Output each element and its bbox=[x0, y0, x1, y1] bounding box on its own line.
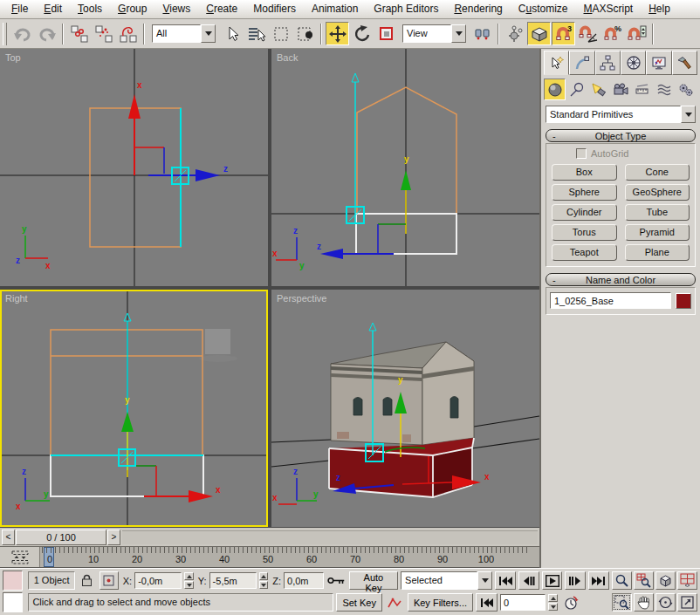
menu-item[interactable]: Help bbox=[641, 0, 678, 18]
arc-rotate-icon[interactable] bbox=[655, 593, 676, 612]
key-mode-toggle-button[interactable] bbox=[476, 593, 498, 612]
spinner-snap-toggle-icon[interactable] bbox=[625, 22, 649, 45]
percent-snap-toggle-icon[interactable]: % bbox=[600, 22, 624, 45]
select-and-move-icon[interactable] bbox=[326, 22, 349, 45]
track-bar[interactable]: 0102030405060708090100 bbox=[0, 546, 539, 568]
object-type-button[interactable]: Pyramid bbox=[625, 224, 690, 241]
menu-item[interactable]: Animation bbox=[304, 0, 366, 18]
window-crossing-toggle-icon[interactable] bbox=[293, 22, 317, 45]
collapse-icon[interactable]: - bbox=[552, 130, 556, 142]
select-by-name-icon[interactable] bbox=[244, 22, 268, 45]
move-gizmo[interactable]: yz bbox=[317, 73, 411, 259]
zoom-all-icon[interactable] bbox=[634, 571, 654, 590]
min-max-toggle-icon[interactable] bbox=[677, 593, 697, 612]
menu-item[interactable]: Group bbox=[110, 0, 154, 18]
move-gizmo[interactable]: yx bbox=[51, 313, 221, 502]
object-type-rollout-header[interactable]: -Object Type bbox=[546, 129, 696, 142]
category-cameras-icon[interactable] bbox=[609, 79, 631, 100]
menu-item[interactable]: Graph Editors bbox=[366, 0, 446, 18]
open-mini-curve-editor-button[interactable] bbox=[0, 547, 40, 567]
menu-item[interactable]: File bbox=[3, 0, 36, 18]
chevron-down-icon[interactable] bbox=[451, 24, 466, 43]
time-slider-track[interactable] bbox=[122, 530, 538, 544]
object-type-button[interactable]: Plane bbox=[625, 244, 690, 261]
select-and-link-icon[interactable] bbox=[67, 22, 91, 45]
object-type-button[interactable]: GeoSphere bbox=[625, 184, 690, 201]
menu-item[interactable]: Modifiers bbox=[245, 0, 304, 18]
zoom-extents-icon[interactable] bbox=[655, 571, 676, 590]
house-model[interactable] bbox=[331, 342, 474, 445]
object-type-button[interactable]: Cone bbox=[625, 164, 690, 181]
menu-item[interactable]: Create bbox=[198, 0, 245, 18]
listener-macro-line[interactable] bbox=[3, 571, 23, 591]
menu-item[interactable]: MAXScript bbox=[576, 0, 642, 18]
menu-item[interactable]: Tools bbox=[70, 0, 110, 18]
category-systems-icon[interactable] bbox=[676, 79, 697, 100]
current-frame-field[interactable]: 0 bbox=[500, 594, 546, 611]
unlink-selection-icon[interactable] bbox=[92, 22, 115, 45]
undo-icon[interactable] bbox=[10, 22, 34, 45]
viewport-back[interactable]: yz zxy Back bbox=[271, 49, 539, 286]
tab-create[interactable] bbox=[544, 51, 569, 75]
category-space-warps-icon[interactable] bbox=[654, 79, 676, 100]
menu-item[interactable]: Edit bbox=[36, 0, 70, 18]
maxscript-mini-listener[interactable] bbox=[0, 569, 24, 614]
next-frame-button[interactable] bbox=[565, 571, 586, 590]
object-type-button[interactable]: Box bbox=[552, 164, 617, 181]
tab-hierarchy[interactable] bbox=[595, 51, 621, 75]
key-filters-button[interactable]: Key Filters... bbox=[408, 593, 473, 612]
viewport-label[interactable]: Right bbox=[5, 293, 28, 304]
object-type-button[interactable]: Teapot bbox=[552, 244, 617, 261]
select-and-scale-icon[interactable] bbox=[374, 22, 398, 45]
viewport-right[interactable]: yx zyx Right bbox=[0, 290, 268, 527]
y-spinner[interactable] bbox=[259, 572, 268, 589]
z-coordinate-field[interactable]: 0,0m bbox=[284, 572, 324, 589]
menu-item[interactable]: Views bbox=[154, 0, 198, 18]
bind-to-space-warp-icon[interactable] bbox=[116, 22, 140, 45]
absolute-mode-toggle-icon[interactable] bbox=[100, 571, 119, 590]
viewport-label[interactable]: Perspective bbox=[277, 293, 326, 304]
object-color-swatch[interactable] bbox=[676, 293, 691, 309]
select-object-icon[interactable] bbox=[220, 22, 244, 45]
tab-modify[interactable] bbox=[569, 51, 594, 75]
tab-utilities[interactable] bbox=[672, 51, 697, 75]
frame-spinner[interactable] bbox=[548, 594, 558, 611]
object-type-button[interactable]: Cylinder bbox=[552, 204, 617, 221]
selection-lock-icon[interactable] bbox=[78, 571, 97, 590]
category-geometry-icon[interactable] bbox=[544, 79, 566, 100]
move-gizmo[interactable]: xz bbox=[128, 80, 228, 181]
category-shapes-icon[interactable] bbox=[566, 79, 587, 100]
tab-motion[interactable] bbox=[621, 51, 646, 75]
zoom-extents-all-icon[interactable] bbox=[677, 571, 697, 590]
zoom-icon[interactable] bbox=[612, 571, 632, 590]
object-type-button[interactable]: Torus bbox=[552, 224, 617, 241]
select-and-manipulate-icon[interactable] bbox=[503, 22, 526, 45]
category-helpers-icon[interactable] bbox=[632, 79, 654, 100]
pan-hand-icon[interactable] bbox=[634, 593, 654, 612]
house-wireframe[interactable] bbox=[357, 87, 456, 215]
menu-item[interactable]: Customize bbox=[511, 0, 576, 18]
viewport-label[interactable]: Back bbox=[277, 52, 299, 63]
reference-coordinate-system-dropdown[interactable]: View bbox=[402, 24, 466, 43]
use-pivot-point-center-icon[interactable] bbox=[470, 22, 494, 45]
cube-toggle-icon[interactable] bbox=[527, 22, 551, 45]
viewport-label[interactable]: Top bbox=[5, 52, 21, 63]
y-coordinate-field[interactable]: -5,5m bbox=[209, 572, 257, 589]
object-type-button[interactable]: Sphere bbox=[552, 184, 617, 201]
snap-toggle-3d-icon[interactable]: 3 bbox=[552, 22, 575, 45]
toolbar-grip[interactable] bbox=[3, 23, 7, 45]
tab-display[interactable] bbox=[646, 51, 671, 75]
x-coordinate-field[interactable]: -0,0m bbox=[134, 572, 182, 589]
selection-set-dropdown[interactable]: Selected bbox=[401, 571, 492, 590]
go-to-start-button[interactable] bbox=[495, 571, 516, 590]
play-animation-button[interactable] bbox=[542, 571, 563, 590]
listener-script-line[interactable] bbox=[3, 592, 23, 612]
chevron-down-icon[interactable] bbox=[477, 571, 492, 590]
time-slider-next-button[interactable]: > bbox=[107, 530, 120, 545]
default-tangent-curve-icon[interactable] bbox=[385, 593, 405, 612]
time-slider-prev-button[interactable]: < bbox=[2, 530, 15, 545]
time-configuration-icon[interactable] bbox=[560, 593, 580, 612]
category-lights-icon[interactable] bbox=[587, 79, 609, 100]
object-type-button[interactable]: Tube bbox=[625, 204, 690, 221]
menu-item[interactable]: Rendering bbox=[446, 0, 510, 18]
